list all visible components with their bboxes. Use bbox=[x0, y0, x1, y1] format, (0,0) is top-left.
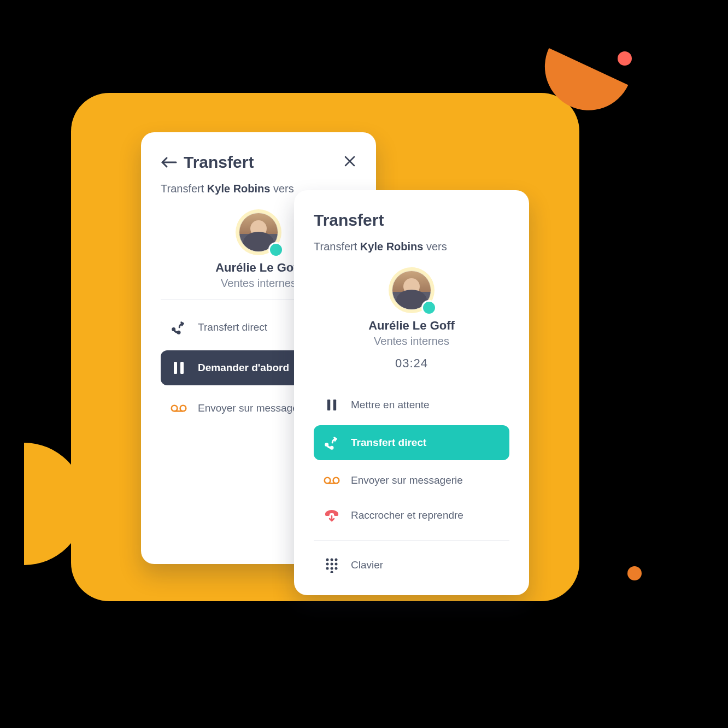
avatar bbox=[236, 209, 281, 255]
option-keypad[interactable]: Clavier bbox=[314, 550, 509, 580]
svg-point-8 bbox=[180, 406, 186, 412]
svg-point-24 bbox=[326, 567, 329, 570]
svg-rect-11 bbox=[333, 400, 336, 410]
contact-role: Ventes internes bbox=[374, 335, 449, 348]
option-label: Demander d'abord bbox=[198, 362, 289, 374]
contact-role: Ventes internes bbox=[221, 277, 296, 290]
panel-title: Transfert bbox=[184, 153, 254, 172]
divider bbox=[314, 540, 509, 541]
svg-point-4 bbox=[177, 331, 181, 334]
option-label: Raccrocher et reprendre bbox=[351, 509, 463, 521]
decor-dot-orange bbox=[627, 566, 642, 580]
option-label: Clavier bbox=[351, 559, 383, 571]
svg-point-20 bbox=[335, 559, 338, 561]
decor-dot-red bbox=[618, 51, 632, 66]
svg-point-7 bbox=[172, 406, 178, 412]
svg-point-23 bbox=[335, 563, 338, 566]
contact-name: Aurélie Le Goff bbox=[215, 261, 302, 275]
call-timer: 03:24 bbox=[395, 356, 428, 371]
svg-rect-6 bbox=[180, 362, 184, 374]
voicemail-icon bbox=[171, 403, 187, 414]
voicemail-icon bbox=[324, 475, 340, 486]
contact-name: Aurélie Le Goff bbox=[368, 319, 455, 333]
keypad-icon bbox=[324, 557, 340, 573]
option-label: Mettre en attente bbox=[351, 399, 430, 411]
transfer-direct-icon bbox=[324, 435, 340, 450]
pause-icon bbox=[324, 398, 340, 412]
option-label: Envoyer sur messagerie bbox=[198, 402, 310, 414]
svg-point-19 bbox=[331, 559, 333, 561]
svg-point-27 bbox=[331, 571, 333, 573]
option-hold[interactable]: Mettre en attente bbox=[314, 390, 509, 420]
svg-point-15 bbox=[333, 478, 339, 484]
pause-icon bbox=[171, 361, 187, 375]
option-label: Transfert direct bbox=[198, 321, 267, 333]
transfer-subline: Transfert Kyle Robins vers bbox=[314, 240, 509, 253]
back-button[interactable] bbox=[161, 156, 177, 169]
transfer-direct-icon bbox=[171, 320, 187, 335]
svg-point-22 bbox=[331, 563, 333, 566]
presence-dot-icon bbox=[268, 242, 284, 257]
option-label: Envoyer sur messagerie bbox=[351, 474, 463, 486]
panel-title: Transfert bbox=[314, 211, 384, 230]
svg-rect-10 bbox=[327, 400, 330, 410]
option-hangup-resume[interactable]: Raccrocher et reprendre bbox=[314, 501, 509, 530]
hangup-icon bbox=[324, 508, 340, 522]
option-voicemail[interactable]: Envoyer sur messagerie bbox=[314, 466, 509, 495]
close-button[interactable] bbox=[343, 155, 356, 170]
svg-point-13 bbox=[330, 446, 334, 450]
transfer-panel-active: Transfert Transfert Kyle Robins vers Aur… bbox=[294, 190, 529, 595]
svg-point-25 bbox=[331, 567, 333, 570]
presence-dot-icon bbox=[421, 300, 437, 315]
contact-block: Aurélie Le Goff Ventes internes 03:24 bbox=[314, 267, 509, 381]
svg-rect-5 bbox=[174, 362, 177, 374]
option-label: Transfert direct bbox=[351, 437, 426, 449]
svg-point-18 bbox=[326, 559, 329, 561]
svg-point-21 bbox=[326, 563, 329, 566]
svg-point-26 bbox=[335, 567, 338, 570]
svg-point-12 bbox=[325, 443, 328, 447]
option-transfer-direct[interactable]: Transfert direct bbox=[314, 425, 509, 460]
svg-point-14 bbox=[325, 478, 331, 484]
avatar bbox=[389, 267, 435, 313]
svg-point-3 bbox=[172, 327, 175, 331]
